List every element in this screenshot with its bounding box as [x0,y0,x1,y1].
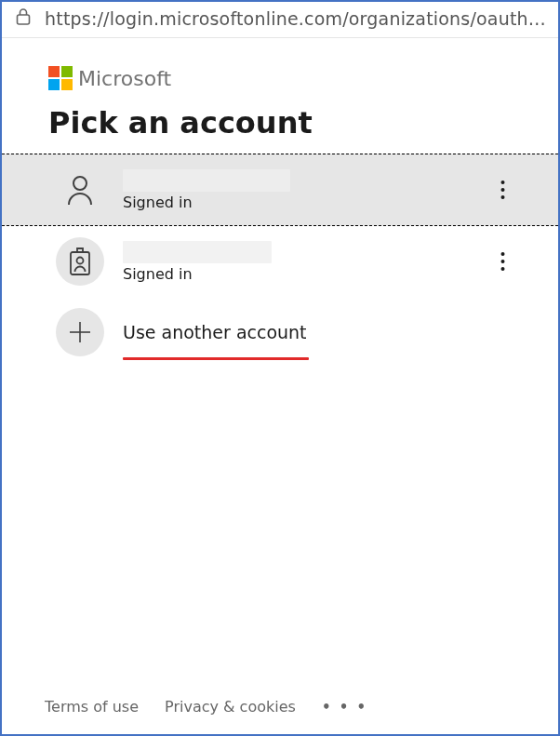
account-menu-button[interactable] [489,177,515,203]
account-status: Signed in [123,194,504,211]
svg-point-4 [500,195,504,199]
account-info: Signed in [123,241,504,283]
footer: Terms of use Privacy & cookies • • • [39,698,521,734]
account-status: Signed in [123,265,504,283]
badge-icon [56,237,104,286]
annotation-underline [123,357,309,360]
footer-more-button[interactable]: • • • [322,699,367,716]
browser-url: https://login.microsoftonline.com/organi… [45,8,549,29]
svg-point-6 [77,258,84,264]
svg-point-2 [500,181,504,184]
svg-point-3 [500,188,504,192]
svg-point-1 [73,177,87,190]
plus-icon [56,308,104,356]
account-tile[interactable]: Signed in [2,154,558,226]
account-tile[interactable]: Signed in [2,226,558,297]
account-picker-dialog: Microsoft Pick an account Signed in [2,38,558,734]
brand: Microsoft [39,66,521,90]
brand-name: Microsoft [78,67,171,90]
svg-point-8 [500,260,504,263]
lock-icon [15,7,32,30]
terms-link[interactable]: Terms of use [45,698,139,716]
account-name-redacted [123,169,290,192]
browser-url-bar: https://login.microsoftonline.com/organi… [2,2,558,38]
svg-point-7 [500,252,504,256]
svg-rect-0 [18,15,30,24]
use-another-account-label: Use another account [123,322,307,342]
account-list: Signed in Signed in [2,154,558,368]
use-another-account-button[interactable]: Use another account [2,297,558,368]
microsoft-logo-icon [48,66,73,90]
svg-point-9 [500,267,504,271]
account-menu-button[interactable] [489,248,515,274]
page-title: Pick an account [39,105,521,141]
account-name-redacted [123,241,272,263]
account-info: Signed in [123,169,504,211]
person-icon [56,166,104,214]
privacy-link[interactable]: Privacy & cookies [165,698,296,716]
